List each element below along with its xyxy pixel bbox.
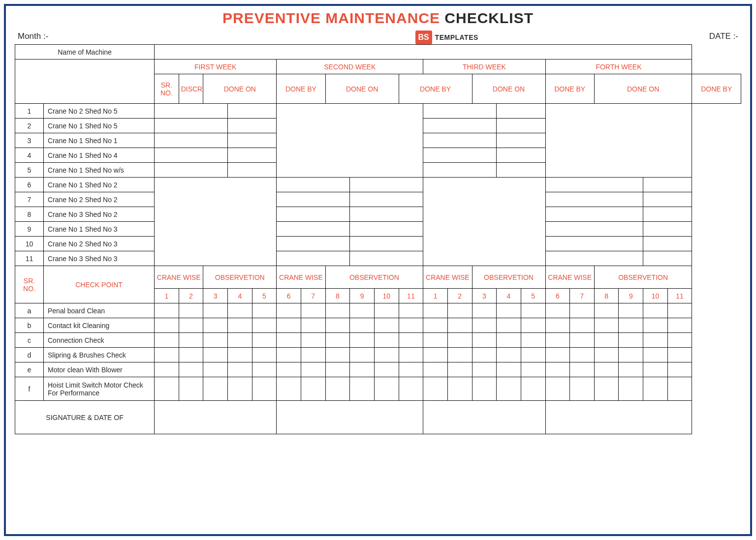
cell[interactable] [325,362,350,377]
cell[interactable] [350,222,423,237]
cell[interactable] [423,163,497,178]
cell[interactable] [227,318,252,333]
cell[interactable] [447,318,472,333]
cell[interactable] [423,148,497,163]
cell[interactable] [545,222,643,237]
cell[interactable] [447,333,472,348]
cell[interactable] [497,163,545,178]
cell[interactable] [594,362,619,377]
cell[interactable] [497,333,521,348]
cell[interactable] [179,348,203,362]
cell[interactable] [325,318,350,333]
cell[interactable] [667,377,692,401]
cell[interactable] [155,348,179,362]
cell[interactable] [277,192,350,207]
cell[interactable] [301,362,325,377]
cell[interactable] [643,318,668,333]
merged-w2[interactable] [277,104,423,178]
cell[interactable] [350,318,375,333]
cell[interactable] [374,362,399,377]
cell[interactable] [374,303,399,318]
cell[interactable] [227,303,252,318]
cell[interactable] [155,163,228,178]
cell[interactable] [643,178,692,192]
cell[interactable] [619,303,643,318]
cell[interactable] [203,303,228,318]
cell[interactable] [301,303,325,318]
cell[interactable] [643,207,692,222]
cell[interactable] [227,133,276,148]
cell[interactable] [570,348,595,362]
cell[interactable] [350,362,375,377]
cell[interactable] [619,318,643,333]
cell[interactable] [497,377,521,401]
cell[interactable] [497,362,521,377]
cell[interactable] [545,348,570,362]
cell[interactable] [203,348,228,362]
cell[interactable] [594,303,619,318]
cell[interactable] [594,318,619,333]
cell[interactable] [227,333,252,348]
cell[interactable] [277,348,301,362]
cell[interactable] [350,303,375,318]
cell[interactable] [472,333,497,348]
cell[interactable] [667,333,692,348]
cell[interactable] [179,318,203,333]
cell[interactable] [155,377,179,401]
cell[interactable] [521,318,545,333]
cell[interactable] [350,348,375,362]
cell[interactable] [155,104,228,119]
cell[interactable] [252,362,277,377]
cell[interactable] [643,303,668,318]
cell[interactable] [155,333,179,348]
cell[interactable] [667,362,692,377]
signature-cell-w2[interactable] [277,401,423,434]
cell[interactable] [570,333,595,348]
cell[interactable] [570,377,595,401]
cell[interactable] [277,251,350,266]
cell[interactable] [277,333,301,348]
cell[interactable] [545,178,643,192]
cell[interactable] [545,377,570,401]
cell[interactable] [227,104,276,119]
cell[interactable] [399,303,423,318]
cell[interactable] [472,362,497,377]
cell[interactable] [399,318,423,333]
cell[interactable] [325,333,350,348]
cell[interactable] [227,362,252,377]
merged-w1[interactable] [155,178,277,266]
cell[interactable] [423,119,497,133]
cell[interactable] [423,362,448,377]
cell[interactable] [619,377,643,401]
cell[interactable] [325,303,350,318]
cell[interactable] [643,192,692,207]
cell[interactable] [155,148,228,163]
cell[interactable] [301,377,325,401]
cell[interactable] [570,303,595,318]
signature-cell-w1[interactable] [155,401,277,434]
cell[interactable] [179,303,203,318]
cell[interactable] [570,362,595,377]
cell[interactable] [227,148,276,163]
cell[interactable] [374,348,399,362]
cell[interactable] [545,303,570,318]
cell[interactable] [350,251,423,266]
cell[interactable] [594,333,619,348]
cell[interactable] [643,377,668,401]
cell[interactable] [447,348,472,362]
cell[interactable] [399,348,423,362]
cell[interactable] [545,333,570,348]
cell[interactable] [643,237,692,251]
cell[interactable] [545,237,643,251]
cell[interactable] [472,303,497,318]
cell[interactable] [667,348,692,362]
cell[interactable] [399,377,423,401]
cell[interactable] [521,362,545,377]
cell[interactable] [521,348,545,362]
cell[interactable] [277,362,301,377]
cell[interactable] [545,192,643,207]
cell[interactable] [472,318,497,333]
cell[interactable] [423,303,448,318]
cell[interactable] [325,377,350,401]
cell[interactable] [155,119,228,133]
